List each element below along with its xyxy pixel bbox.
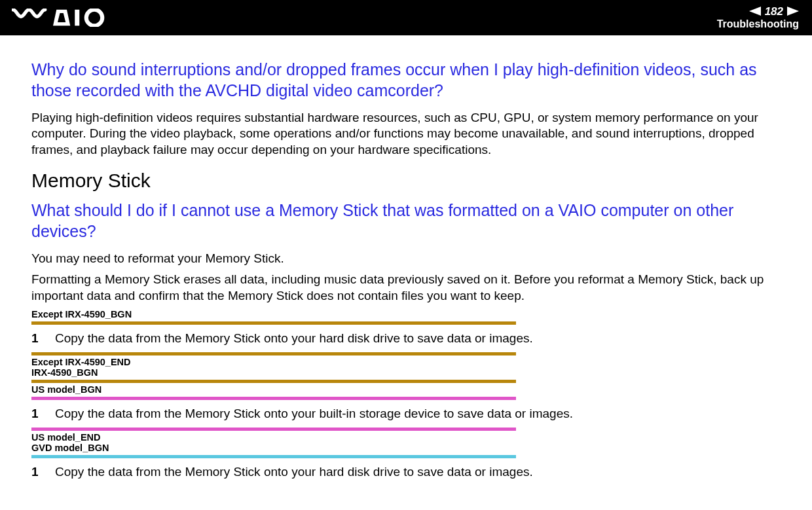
marker-label: Except IRX-4590_END xyxy=(31,357,781,368)
svg-point-1 xyxy=(86,10,103,26)
step-row-1: 1 Copy the data from the Memory Stick on… xyxy=(31,331,781,346)
marker-label: US model_BGN xyxy=(31,384,781,395)
marker-bar-olive xyxy=(31,352,516,355)
step-text: Copy the data from the Memory Stick onto… xyxy=(55,407,573,421)
step-row-3: 1 Copy the data from the Memory Stick on… xyxy=(31,465,781,479)
marker-bar-pink xyxy=(31,428,516,431)
vaio-logo xyxy=(12,9,115,27)
question-2-p1: You may need to reformat your Memory Sti… xyxy=(31,251,781,266)
question-1-title: Why do sound interruptions and/or droppe… xyxy=(31,59,781,101)
marker-bar-cyan xyxy=(31,455,516,458)
marker-label: IRX-4590_BGN xyxy=(31,367,781,378)
marker-label: GVD model_BGN xyxy=(31,443,781,454)
page-number: 182 xyxy=(765,6,783,17)
step-number: 1 xyxy=(31,465,42,479)
step-text: Copy the data from the Memory Stick onto… xyxy=(55,331,533,346)
marker-block-2: Except IRX-4590_END IRX-4590_BGN US mode… xyxy=(31,357,781,400)
marker-bar-olive xyxy=(31,321,516,325)
question-2-p2: Formatting a Memory Stick erases all dat… xyxy=(31,272,781,304)
step-number: 1 xyxy=(31,331,42,346)
step-text: Copy the data from the Memory Stick onto… xyxy=(55,465,533,479)
marker-block-3: US model_END GVD model_BGN xyxy=(31,432,781,458)
step-number: 1 xyxy=(31,407,42,421)
page-content: Why do sound interruptions and/or droppe… xyxy=(0,35,812,479)
page-nav: 182 xyxy=(717,6,799,17)
header-bar: 182 Troubleshooting xyxy=(0,0,812,35)
marker-label: Except IRX-4590_BGN xyxy=(31,309,781,320)
svg-rect-0 xyxy=(75,10,79,26)
section-memory-stick: Memory Stick xyxy=(31,170,781,192)
next-page-arrow[interactable] xyxy=(787,7,799,16)
prev-page-arrow[interactable] xyxy=(749,7,761,16)
marker-bar-pink xyxy=(31,397,516,400)
question-2-title: What should I do if I cannot use a Memor… xyxy=(31,200,781,242)
marker-bar-olive xyxy=(31,380,516,383)
step-row-2: 1 Copy the data from the Memory Stick on… xyxy=(31,407,781,421)
header-section-title: Troubleshooting xyxy=(717,18,799,30)
marker-block-1: Except IRX-4590_BGN xyxy=(31,309,781,325)
header-right: 182 Troubleshooting xyxy=(717,6,799,30)
question-1-body: Playing high-definition videos requires … xyxy=(31,110,781,158)
marker-label: US model_END xyxy=(31,432,781,443)
